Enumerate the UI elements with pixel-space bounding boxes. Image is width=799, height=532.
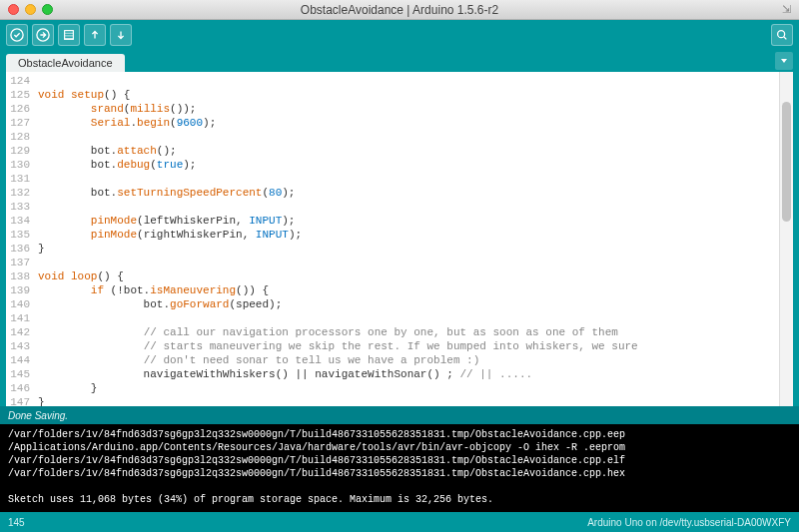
tab-menu-button[interactable] bbox=[775, 52, 793, 70]
tab-bar: ObstacleAvoidance bbox=[0, 50, 799, 72]
upload-button[interactable] bbox=[32, 24, 54, 46]
code-editor[interactable]: 1241251261271281291301311321331341351361… bbox=[0, 72, 799, 406]
code-area[interactable]: void setup() { srand(millis()); Serial.b… bbox=[34, 72, 779, 406]
status-text: Done Saving. bbox=[8, 410, 68, 421]
new-sketch-button[interactable] bbox=[58, 24, 80, 46]
footer-board-info: Arduino Uno on /dev/tty.usbserial-DA00WX… bbox=[587, 517, 791, 528]
svg-rect-2 bbox=[65, 31, 74, 40]
footer-line-number: 145 bbox=[8, 517, 25, 528]
scroll-thumb[interactable] bbox=[782, 102, 791, 222]
tab-active[interactable]: ObstacleAvoidance bbox=[6, 54, 125, 72]
toolbar bbox=[0, 20, 799, 50]
status-bar: Done Saving. bbox=[0, 406, 799, 424]
serial-monitor-button[interactable] bbox=[771, 24, 793, 46]
window-titlebar: ObstacleAvoidance | Arduino 1.5.6-r2 ⇲ bbox=[0, 0, 799, 20]
line-number-gutter: 1241251261271281291301311321331341351361… bbox=[6, 72, 34, 406]
save-sketch-button[interactable] bbox=[110, 24, 132, 46]
vertical-scrollbar[interactable] bbox=[779, 72, 793, 406]
svg-point-3 bbox=[778, 31, 785, 38]
window-title: ObstacleAvoidance | Arduino 1.5.6-r2 bbox=[0, 3, 799, 17]
footer-bar: 145 Arduino Uno on /dev/tty.usbserial-DA… bbox=[0, 512, 799, 532]
open-sketch-button[interactable] bbox=[84, 24, 106, 46]
verify-button[interactable] bbox=[6, 24, 28, 46]
titlebar-proxy-icon: ⇲ bbox=[782, 3, 791, 16]
console-output[interactable]: /var/folders/1v/84fnd63d37sg6gp3l2q332sw… bbox=[0, 424, 799, 512]
